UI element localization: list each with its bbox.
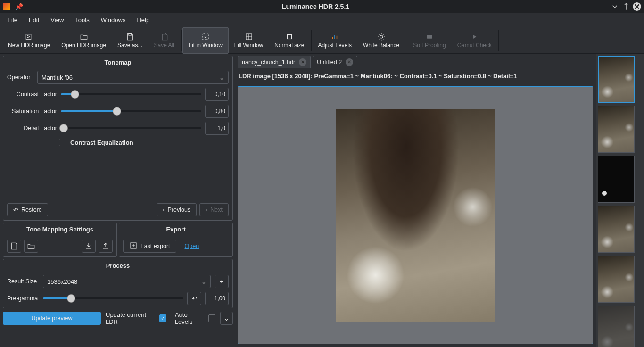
new-hdr-label: New HDR image bbox=[8, 42, 50, 49]
pin-icon[interactable]: 📌 bbox=[15, 3, 23, 10]
white-balance-label: White Balance bbox=[363, 42, 399, 49]
tab-close-icon[interactable]: ✕ bbox=[299, 58, 306, 66]
soft-proofing-label: Soft Proofing bbox=[413, 42, 446, 49]
minimize-icon[interactable] bbox=[610, 2, 619, 11]
preview-thumb[interactable] bbox=[598, 56, 635, 103]
open-hdr-button[interactable]: Open HDR image bbox=[56, 27, 112, 54]
saturation-label: Saturation Factor bbox=[7, 108, 57, 115]
contrast-slider[interactable] bbox=[61, 90, 201, 99]
adjust-levels-button[interactable]: Adjust Levels bbox=[313, 27, 357, 54]
fit-window-icon bbox=[201, 33, 210, 41]
process-title: Process bbox=[3, 259, 232, 272]
export-icon bbox=[129, 241, 138, 251]
menu-bar: File Edit View Tools Windows Help bbox=[0, 13, 644, 27]
preview-thumb[interactable] bbox=[598, 256, 635, 303]
save-as-button[interactable]: Save as... bbox=[112, 27, 148, 54]
new-hdr-button[interactable]: New HDR image bbox=[2, 27, 56, 54]
tab-nancy-church[interactable]: nancy_church_1.hdr ✕ bbox=[238, 56, 311, 68]
menu-help[interactable]: Help bbox=[131, 15, 155, 25]
tms-open-button[interactable] bbox=[24, 240, 38, 253]
gamut-check-button: Gamut Check bbox=[452, 27, 497, 54]
adjust-levels-label: Adjust Levels bbox=[318, 42, 352, 49]
window-title: Luminance HDR 2.5.1 bbox=[23, 3, 608, 10]
tms-save-button[interactable] bbox=[7, 240, 21, 253]
tonemap-title: Tonemap bbox=[3, 56, 232, 69]
export-open-link[interactable]: Open bbox=[179, 240, 205, 253]
preview-thumb[interactable] bbox=[598, 306, 635, 347]
update-ldr-checkbox[interactable] bbox=[159, 314, 166, 322]
save-all-button: Save All bbox=[148, 27, 180, 54]
image-viewer[interactable] bbox=[238, 86, 593, 344]
preview-list bbox=[596, 54, 644, 347]
white-balance-button[interactable]: White Balance bbox=[357, 27, 405, 54]
previous-label: Previous bbox=[167, 207, 190, 213]
saturation-slider[interactable] bbox=[61, 107, 201, 116]
process-panel: Process Result Size 1536x2048 ⌄ + Pre-ga… bbox=[3, 259, 233, 308]
tab-close-icon[interactable]: ✕ bbox=[346, 58, 353, 66]
menu-view[interactable]: View bbox=[45, 15, 69, 25]
update-preview-button[interactable]: Update preview bbox=[3, 312, 101, 325]
menu-windows[interactable]: Windows bbox=[95, 15, 132, 25]
save-as-label: Save as... bbox=[117, 42, 142, 49]
image-plus-icon bbox=[25, 33, 34, 41]
preview-thumb[interactable] bbox=[598, 206, 635, 253]
tonemap-panel: Tonemap Operator Mantiuk '06 ⌄ Contrast … bbox=[3, 56, 233, 221]
fast-export-button[interactable]: Fast export bbox=[123, 240, 176, 253]
document-tabs: nancy_church_1.hdr ✕ Untitled 2 ✕ bbox=[235, 54, 596, 68]
chevron-left-icon: ‹ bbox=[163, 207, 165, 213]
menu-tools[interactable]: Tools bbox=[69, 15, 95, 25]
saturation-value[interactable]: 0,80 bbox=[205, 105, 229, 118]
export-panel: Export Fast export Open bbox=[119, 223, 233, 257]
save-all-icon bbox=[159, 33, 169, 41]
detail-label: Detail Factor bbox=[7, 125, 57, 132]
pregamma-label: Pre-gamma bbox=[7, 295, 39, 302]
title-bar: 📌 Luminance HDR 2.5.1 bbox=[0, 0, 644, 13]
tms-title: Tone Mapping Settings bbox=[3, 223, 116, 236]
tool-bar: New HDR image Open HDR image Save as... … bbox=[0, 27, 644, 54]
contrast-eq-label: Contrast Equalization bbox=[70, 139, 133, 146]
fit-window-button[interactable]: Fit in Window bbox=[182, 27, 229, 54]
result-size-select[interactable]: 1536x2048 ⌄ bbox=[43, 275, 211, 288]
svg-rect-5 bbox=[287, 34, 291, 39]
fast-export-label: Fast export bbox=[140, 243, 170, 249]
tms-export-button[interactable] bbox=[99, 240, 113, 253]
detail-value[interactable]: 1,0 bbox=[205, 122, 229, 135]
operator-value: Mantiuk '06 bbox=[41, 74, 73, 81]
update-ldr-label: Update current LDR bbox=[106, 311, 155, 325]
preview-thumb[interactable] bbox=[598, 106, 635, 153]
tab-untitled-2[interactable]: Untitled 2 ✕ bbox=[313, 56, 357, 68]
previous-button[interactable]: ‹ Previous bbox=[157, 203, 197, 216]
menu-edit[interactable]: Edit bbox=[23, 15, 45, 25]
tab-label: nancy_church_1.hdr bbox=[242, 59, 295, 66]
restore-button[interactable]: ↶ Restore bbox=[7, 203, 48, 216]
chevron-right-icon: › bbox=[206, 207, 207, 213]
auto-levels-checkbox[interactable] bbox=[208, 314, 215, 322]
menu-file[interactable]: File bbox=[2, 15, 23, 25]
maximize-icon[interactable] bbox=[621, 2, 631, 11]
app-icon bbox=[3, 3, 10, 10]
sun-icon bbox=[377, 33, 386, 41]
tms-import-button[interactable] bbox=[82, 240, 96, 253]
folder-icon bbox=[79, 33, 89, 41]
contrast-eq-checkbox[interactable] bbox=[59, 139, 66, 146]
pregamma-slider[interactable] bbox=[43, 294, 183, 303]
auto-levels-more-button[interactable]: ⌄ bbox=[220, 312, 233, 325]
contrast-label: Contrast Factor bbox=[7, 91, 57, 98]
result-size-add-button[interactable]: + bbox=[215, 275, 229, 288]
pregamma-value[interactable]: 1,00 bbox=[205, 292, 229, 305]
close-icon[interactable] bbox=[633, 2, 641, 11]
detail-slider[interactable] bbox=[61, 124, 201, 133]
pregamma-reset-button[interactable]: ↶ bbox=[187, 292, 201, 305]
svg-rect-2 bbox=[129, 33, 131, 35]
svg-rect-7 bbox=[427, 35, 432, 39]
fill-window-button[interactable]: Fill Window bbox=[229, 27, 269, 54]
chevron-down-icon: ⌄ bbox=[201, 278, 206, 285]
gamut-icon bbox=[470, 33, 479, 41]
contrast-value[interactable]: 0,10 bbox=[205, 88, 229, 101]
fit-window-label: Fit in Window bbox=[189, 42, 223, 49]
operator-select[interactable]: Mantiuk '06 ⌄ bbox=[37, 71, 229, 84]
export-title: Export bbox=[119, 223, 232, 236]
normal-size-button[interactable]: Normal size bbox=[269, 27, 310, 54]
levels-icon bbox=[330, 33, 339, 41]
preview-thumb[interactable] bbox=[598, 156, 635, 203]
